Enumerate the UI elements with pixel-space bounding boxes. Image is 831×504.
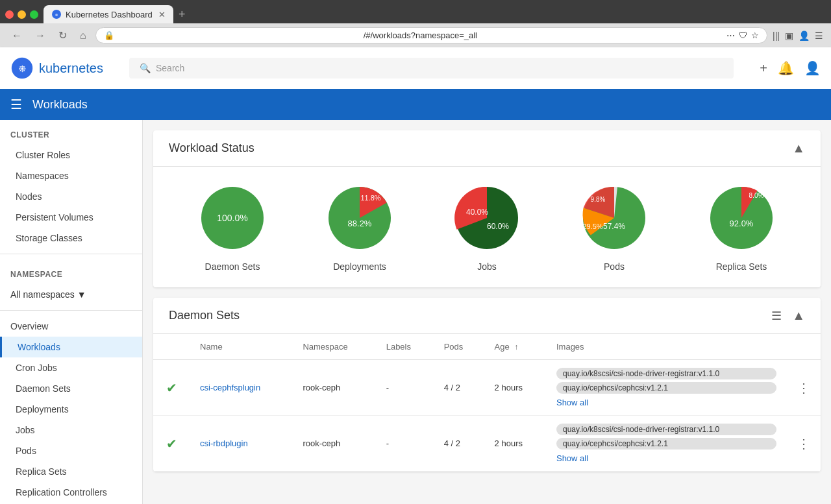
tab-close-button[interactable]: ✕	[158, 10, 166, 19]
account-icon[interactable]: 👤	[799, 30, 810, 41]
browser-dots	[5, 10, 38, 19]
sidebar-item-pods[interactable]: Pods	[0, 440, 142, 461]
col-age[interactable]: Age ↑	[484, 334, 546, 360]
workload-status-header: Workload Status ▲	[153, 130, 821, 167]
workload-status-title: Workload Status	[169, 141, 792, 155]
row1-name[interactable]: csi-cephfsplugin	[190, 360, 292, 416]
back-button[interactable]: ←	[8, 29, 26, 43]
notifications-button[interactable]: 🔔	[778, 60, 794, 76]
sidebar-item-cluster-roles[interactable]: Cluster Roles	[0, 145, 142, 165]
sidebar-item-storage-classes[interactable]: Storage Classes	[0, 228, 142, 248]
sidebar-item-workloads[interactable]: Workloads	[0, 337, 142, 357]
star-icon[interactable]: ☆	[751, 30, 759, 40]
more-options-button-2[interactable]: ⋮	[797, 436, 810, 451]
filter-icon[interactable]: ☰	[771, 309, 782, 323]
sidebar-icon[interactable]: ▣	[785, 30, 793, 41]
home-button[interactable]: ⌂	[76, 29, 90, 43]
nav-menu-icon[interactable]: ☰	[10, 97, 22, 112]
user-button[interactable]: 👤	[804, 60, 821, 76]
workload-status-card: Workload Status ▲ 100.0% Daemon Sets	[153, 130, 821, 287]
daemon-sets-table: Name Namespace Labels Pods Age ↑ Images	[153, 334, 821, 472]
row1-namespace: rook-ceph	[292, 360, 375, 416]
daemon-sets-header: Daemon Sets ☰ ▲	[153, 298, 821, 334]
pie-replica-sets: 92.0% 8.0%	[706, 182, 777, 254]
chevron-down-icon: ▼	[77, 289, 86, 300]
row1-labels: -	[376, 360, 434, 416]
svg-text:40.0%: 40.0%	[466, 208, 488, 217]
sidebar-item-namespaces[interactable]: Namespaces	[0, 165, 142, 186]
row1-pods: 4 / 2	[434, 360, 484, 416]
more-options-button[interactable]: ⋮	[797, 380, 810, 396]
status-icon-ok: ✔	[164, 380, 179, 396]
row1-status: ✔	[153, 360, 190, 416]
col-images[interactable]: Images	[546, 334, 787, 360]
forward-button[interactable]: →	[31, 29, 49, 43]
sort-icon: ↑	[514, 342, 518, 352]
app-header: ⎈ kubernetes 🔍 Search + 🔔 👤	[0, 47, 831, 89]
show-all-link-2[interactable]: Show all	[556, 453, 776, 463]
more-options-icon[interactable]: ⋯	[726, 30, 735, 40]
daemon-sets-header-row: Name Namespace Labels Pods Age ↑ Images	[153, 334, 821, 360]
search-bar[interactable]: 🔍 Search	[129, 58, 734, 78]
security-icon: 🔒	[104, 30, 114, 40]
collapse-button[interactable]: ▲	[792, 141, 805, 156]
col-name[interactable]: Name	[190, 334, 292, 360]
col-pods[interactable]: Pods	[434, 334, 484, 360]
namespace-section-header: Namespace	[0, 259, 142, 284]
new-tab-button[interactable]: +	[179, 8, 186, 21]
nav-title: Workloads	[32, 98, 88, 112]
search-icon: 🔍	[140, 63, 151, 73]
check-circle-icon-2: ✔	[166, 436, 177, 451]
pie-jobs: 40.0% 60.0%	[451, 182, 523, 254]
sidebar-divider-1	[0, 254, 142, 254]
sidebar-item-persistent-volumes[interactable]: Persistent Volumes	[0, 207, 142, 228]
menu-icon[interactable]: ☰	[815, 30, 823, 41]
sidebar-item-deployments[interactable]: Deployments	[0, 399, 142, 420]
namespace-dropdown[interactable]: All namespaces ▼	[0, 284, 142, 305]
row2-status: ✔	[153, 416, 190, 472]
address-bar[interactable]: 🔒 /#/workloads?namespace=_all ⋯ 🛡 ☆	[95, 27, 767, 43]
images-cell-2: quay.io/k8scsi/csi-node-driver-registrar…	[556, 424, 776, 463]
close-dot[interactable]	[5, 10, 14, 19]
status-icon-ok-2: ✔	[164, 436, 179, 451]
sidebar-overview[interactable]: Overview	[0, 316, 142, 337]
svg-text:29.5%: 29.5%	[582, 222, 602, 230]
image-tag-2a: quay.io/k8scsi/csi-node-driver-registrar…	[556, 424, 776, 435]
sidebar-item-jobs[interactable]: Jobs	[0, 420, 142, 440]
sidebar-divider-2	[0, 310, 142, 311]
row2-more[interactable]: ⋮	[787, 416, 821, 472]
add-button[interactable]: +	[760, 61, 767, 76]
toolbar-icons: ||| ▣ 👤 ☰	[773, 30, 823, 41]
sidebar-item-replication-controllers[interactable]: Replication Controllers	[0, 482, 142, 503]
bookmarks-icon[interactable]: |||	[773, 30, 780, 41]
show-all-link[interactable]: Show all	[556, 398, 776, 407]
images-cell-1: quay.io/k8scsi/csi-node-driver-registrar…	[556, 368, 776, 407]
svg-text:100.0%: 100.0%	[217, 213, 247, 223]
sidebar-item-nodes[interactable]: Nodes	[0, 186, 142, 207]
refresh-button[interactable]: ↻	[55, 28, 71, 43]
workload-status-actions: ▲	[792, 141, 805, 156]
row2-namespace: rook-ceph	[292, 416, 375, 472]
row2-pods: 4 / 2	[434, 416, 484, 472]
svg-text:11.8%: 11.8%	[360, 194, 380, 202]
daemon-sets-collapse-button[interactable]: ▲	[792, 308, 805, 323]
browser-tab[interactable]: ⎈ Kubernetes Dashboard ✕	[43, 5, 173, 23]
image-tag-2b: quay.io/cephcsi/cephcsi:v1.2.1	[556, 438, 776, 450]
minimize-dot[interactable]	[18, 10, 26, 19]
daemon-sets-table-section: Name Namespace Labels Pods Age ↑ Images	[153, 334, 821, 472]
row2-name[interactable]: csi-rbdplugin	[190, 416, 292, 472]
svg-text:88.2%: 88.2%	[348, 219, 372, 228]
maximize-dot[interactable]	[30, 10, 38, 19]
col-labels[interactable]: Labels	[376, 334, 434, 360]
kubernetes-logo-icon: ⎈	[10, 56, 34, 80]
col-namespace[interactable]: Namespace	[292, 334, 375, 360]
row1-more[interactable]: ⋮	[787, 360, 821, 416]
sidebar-item-daemon-sets[interactable]: Daemon Sets	[0, 378, 142, 399]
chart-pods: 57.4% 29.5% 9.8% Pods	[578, 182, 650, 272]
sidebar-item-replica-sets[interactable]: Replica Sets	[0, 461, 142, 482]
row2-labels: -	[376, 416, 434, 472]
sidebar-item-cron-jobs[interactable]: Cron Jobs	[0, 357, 142, 378]
content-area: Workload Status ▲ 100.0% Daemon Sets	[143, 120, 831, 504]
svg-text:57.4%: 57.4%	[603, 222, 625, 231]
chart-deployments: 88.2% 11.8% Deployments	[324, 182, 395, 272]
